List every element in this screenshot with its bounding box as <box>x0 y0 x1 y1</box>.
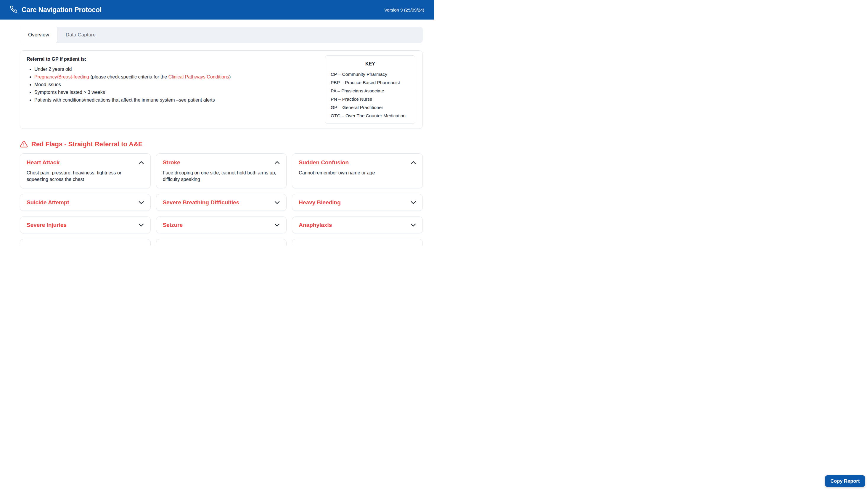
card-body: Cannot remember own name or age <box>299 170 416 176</box>
card-title: Heavy Bleeding <box>299 199 341 206</box>
card-title: Sudden Confusion <box>299 159 349 166</box>
key-title: KEY <box>331 61 410 67</box>
chevron-down-icon[interactable] <box>139 223 144 227</box>
chevron-up-icon[interactable] <box>139 161 144 164</box>
page-title: Care Navigation Protocol <box>22 6 101 14</box>
red-flag-card-meningitis[interactable]: Meningitis <box>20 239 151 246</box>
red-flag-card-stroke[interactable]: Stroke Face drooping on one side, cannot… <box>156 153 287 189</box>
key-item: PA – Physicians Associate <box>331 87 410 95</box>
chevron-up-icon[interactable] <box>411 161 416 164</box>
chevron-down-icon[interactable] <box>411 223 416 227</box>
referral-heading: Referral to GP if patient is: <box>27 57 231 62</box>
card-title: SEPSIS in Baby or Young Child <box>163 244 246 246</box>
phone-icon <box>10 5 18 14</box>
list-item: Pregnancy/Breast-feeding (please check s… <box>34 73 231 81</box>
chevron-down-icon[interactable] <box>139 201 144 204</box>
red-flag-grid: Heart Attack Chest pain, pressure, heavi… <box>20 153 423 246</box>
key-item: PN – Practice Nurse <box>331 95 410 103</box>
card-title: Heart Attack <box>27 159 60 166</box>
red-flags-heading: Red Flags - Straight Referral to A&E <box>20 140 423 148</box>
key-panel: KEY CP – Community Pharmacy PBP – Practi… <box>325 55 415 124</box>
bullet-mid-text: (please check specific criteria for the <box>89 74 169 79</box>
pregnancy-text: Pregnancy/Breast-feeding <box>34 74 89 79</box>
card-body: Chest pain, pressure, heaviness, tightne… <box>27 170 144 183</box>
bullet-tail-text: ) <box>229 74 231 79</box>
key-item: OTC – Over The Counter Medication <box>331 112 410 120</box>
red-flag-card-sudden-confusion[interactable]: Sudden Confusion Cannot remember own nam… <box>292 153 423 189</box>
card-title: Severe Breathing Difficulties <box>163 199 239 206</box>
card-title: Seizure <box>163 222 183 229</box>
key-item: PBP – Practice Based Pharmacist <box>331 79 410 87</box>
red-flag-card-seizure[interactable]: Seizure <box>156 216 287 233</box>
key-item: CP – Community Pharmacy <box>331 70 410 79</box>
red-flag-card-heavy-bleeding[interactable]: Heavy Bleeding <box>292 194 423 211</box>
tab-overview[interactable]: Overview <box>20 27 57 43</box>
tab-bar: Overview Data Capture <box>20 27 423 43</box>
list-item: Under 2 years old <box>34 65 231 73</box>
card-title: SEPSIS in Adult or Older Child <box>299 244 381 246</box>
red-flag-card-anaphylaxis[interactable]: Anaphylaxis <box>292 216 423 233</box>
chevron-down-icon[interactable] <box>274 201 280 204</box>
list-item: Patients with conditions/medications tha… <box>34 96 231 104</box>
tab-data-capture[interactable]: Data Capture <box>57 27 104 43</box>
card-title: Stroke <box>163 159 180 166</box>
red-flags-title: Red Flags - Straight Referral to A&E <box>31 140 143 148</box>
red-flag-card-severe-breathing[interactable]: Severe Breathing Difficulties <box>156 194 287 211</box>
card-title: Anaphylaxis <box>299 222 332 229</box>
chevron-up-icon[interactable] <box>274 161 280 164</box>
red-flag-card-severe-injuries[interactable]: Severe Injuries <box>20 216 151 233</box>
clinical-pathways-link[interactable]: Clinical Pathways Conditions <box>169 74 229 79</box>
app-header: Care Navigation Protocol Version 9 (25/0… <box>0 0 434 20</box>
card-body: Face drooping on one side, cannot hold b… <box>163 170 280 183</box>
red-flag-card-sepsis-baby[interactable]: SEPSIS in Baby or Young Child <box>156 239 287 246</box>
referral-bullet-list: Under 2 years old Pregnancy/Breast-feedi… <box>27 65 231 104</box>
card-title: Meningitis <box>27 244 55 246</box>
version-label: Version 9 (25/09/24) <box>384 7 424 12</box>
warning-triangle-icon <box>20 140 28 148</box>
list-item: Symptoms have lasted > 3 weeks <box>34 89 231 96</box>
chevron-down-icon[interactable] <box>274 223 280 227</box>
chevron-down-icon[interactable] <box>411 201 416 204</box>
red-flag-card-suicide-attempt[interactable]: Suicide Attempt <box>20 194 151 211</box>
key-item: GP – General Practitioner <box>331 103 410 112</box>
card-title: Suicide Attempt <box>27 199 69 206</box>
red-flag-card-sepsis-adult[interactable]: SEPSIS in Adult or Older Child <box>292 239 423 246</box>
list-item: Mood issues <box>34 81 231 89</box>
referral-panel: Referral to GP if patient is: Under 2 ye… <box>20 50 423 129</box>
red-flag-card-heart-attack[interactable]: Heart Attack Chest pain, pressure, heavi… <box>20 153 151 189</box>
card-title: Severe Injuries <box>27 222 67 229</box>
